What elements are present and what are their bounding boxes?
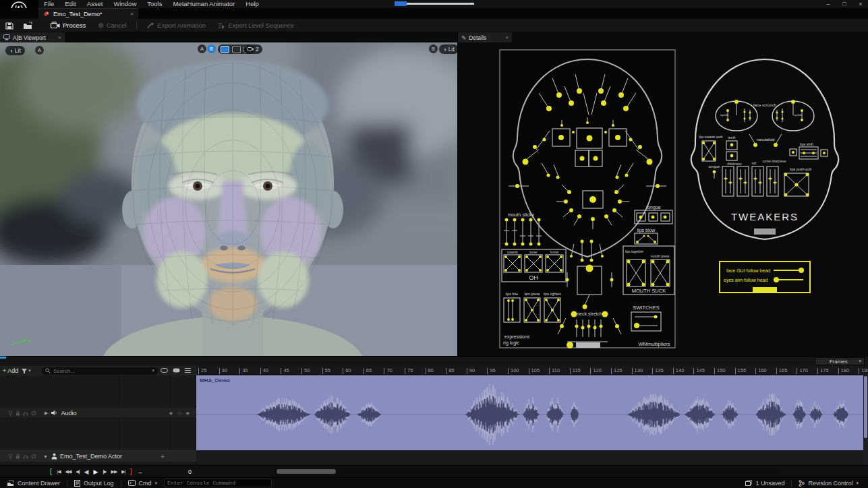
ruler-tick: 180 xyxy=(840,367,850,373)
menu-window[interactable]: Window xyxy=(108,0,142,8)
content-drawer-button[interactable]: Content Drawer xyxy=(0,478,67,488)
unsaved-indicator[interactable]: 1 Unsaved xyxy=(739,478,791,488)
transport-button-9[interactable]: ] xyxy=(130,468,132,475)
vertical-scrollbar-thumb[interactable] xyxy=(864,376,867,438)
face-gui-board[interactable]: mouth sticky tongue lips blow towards pu… xyxy=(500,50,675,348)
transport-button-8[interactable]: ▶| xyxy=(121,469,125,475)
transport-button-1[interactable]: |◀ xyxy=(57,469,60,475)
revision-control-button[interactable]: Revision Control ▾ xyxy=(792,478,868,488)
close-button[interactable]: × xyxy=(856,1,865,7)
details-tab-close-icon[interactable]: × xyxy=(505,34,509,40)
audio-clip[interactable]: MHA_Demo xyxy=(196,375,864,450)
view-a-button[interactable]: A xyxy=(198,44,206,53)
menu-help[interactable]: Help xyxy=(240,0,264,8)
transport-button-7[interactable]: ▶▶ xyxy=(111,469,117,475)
ranges-view-icon[interactable] xyxy=(173,367,180,373)
audio-track-row[interactable]: ▶ Audio ◆ ◇ ◆ xyxy=(0,407,196,419)
minimize-button[interactable]: – xyxy=(823,1,833,7)
lit-mode-button-right[interactable]: ◑ Lit xyxy=(439,44,459,54)
tweakers-slider-bar[interactable] xyxy=(754,228,776,235)
frames-dropdown[interactable]: Frames ▾ xyxy=(815,357,865,365)
follow-head-box[interactable]: face GUI follow head eyes aim follow hea… xyxy=(720,262,810,293)
label-tongue: tongue xyxy=(646,205,661,210)
face-gui-follow-slider[interactable] xyxy=(799,268,804,273)
transport-button-4[interactable]: ◀ xyxy=(84,468,89,475)
follow-box-bar[interactable] xyxy=(753,287,777,293)
maximize-button[interactable]: □ xyxy=(840,1,849,7)
add-track-button[interactable]: + Add xyxy=(3,367,18,374)
menu-asset[interactable]: Asset xyxy=(82,0,109,8)
actor-mute-icon[interactable] xyxy=(31,454,36,459)
view-b-label: B xyxy=(210,46,213,52)
transport-button-5[interactable]: ▶ xyxy=(93,468,98,475)
cancel-button[interactable]: ⊗ Cancel xyxy=(92,19,132,32)
menu-edit[interactable]: Edit xyxy=(59,0,81,8)
right-b-label: B xyxy=(432,46,435,52)
process-camera-icon xyxy=(51,22,60,29)
actor-lock-icon[interactable] xyxy=(16,454,20,459)
filter-button[interactable]: ▾ xyxy=(21,368,31,374)
view-b-button[interactable]: B xyxy=(207,44,216,53)
revision-control-icon xyxy=(799,480,805,487)
track-mute-icon[interactable] xyxy=(31,410,36,416)
actor-add-section-button[interactable]: + xyxy=(161,453,165,460)
browse-asset-button[interactable] xyxy=(18,19,38,32)
transport-button-3[interactable]: ◀| xyxy=(76,469,79,475)
ab-viewport[interactable]: y f ◑ Lit A A B 2 B ◑ Lit xyxy=(0,42,457,356)
menu-file[interactable]: File xyxy=(38,0,59,8)
search-box[interactable]: ▾ xyxy=(42,367,158,375)
output-log-button[interactable]: Output Log xyxy=(67,478,121,488)
track-lock-icon[interactable] xyxy=(16,410,20,416)
cmd-dropdown[interactable]: Cmd ▾ xyxy=(121,478,165,488)
transport-button-0[interactable]: [ xyxy=(50,468,52,475)
unsaved-icon xyxy=(745,480,752,486)
ruler-tick: 175 xyxy=(819,367,829,373)
asset-tab[interactable]: Emo_Test_Demo* × xyxy=(38,8,138,19)
actor-pin-icon[interactable] xyxy=(8,454,13,459)
track-expand-arrow[interactable]: ▶ xyxy=(36,410,48,416)
menu-metahuman-animator[interactable]: MetaHuman Animator xyxy=(167,0,240,8)
actor-solo-icon[interactable] xyxy=(23,454,28,459)
export-level-sequence-button[interactable]: Export Level Sequence xyxy=(212,19,300,32)
single-view-button[interactable] xyxy=(221,46,229,53)
viewport-tab[interactable]: A|B Viewport × xyxy=(0,32,65,42)
track-solo-icon[interactable] xyxy=(23,410,28,416)
actor-collapse-arrow[interactable]: ▼ xyxy=(36,454,48,459)
add-key-button[interactable]: ◇ xyxy=(177,410,181,416)
export-animation-button[interactable]: Export Animation xyxy=(141,19,212,32)
search-caret-icon: ▾ xyxy=(152,368,154,373)
search-input[interactable] xyxy=(53,368,149,374)
list-view-icon[interactable] xyxy=(185,367,191,373)
next-key-button[interactable]: ◆ xyxy=(186,410,190,416)
process-button[interactable]: Process xyxy=(45,19,92,32)
ruler-tick: 35 xyxy=(241,367,248,373)
camera-count-button[interactable]: 2 xyxy=(244,44,262,54)
board-slider-bar[interactable] xyxy=(576,342,600,348)
actor-track-row[interactable]: ▼ Emo_Test_Demo Actor + xyxy=(0,450,196,462)
right-b-badge[interactable]: B xyxy=(429,44,438,53)
timeline-ruler[interactable]: 2530354045505560657075808590951001051101… xyxy=(196,366,868,375)
wipe-view-button[interactable] xyxy=(232,46,241,53)
eyes-aim-follow-slider[interactable] xyxy=(774,277,779,282)
save-button[interactable] xyxy=(0,19,18,32)
ruler-tick: 150 xyxy=(716,367,726,373)
track-pin-icon[interactable] xyxy=(8,410,13,416)
tweakers-board[interactable]: face scrunch eyelids eyelids nasolabial … xyxy=(691,59,839,293)
prev-key-button[interactable]: ◆ xyxy=(169,410,173,416)
timeline-scrollbar[interactable] xyxy=(275,468,780,475)
transport-button-6[interactable]: |▶ xyxy=(103,469,106,475)
details-tab[interactable]: ✎ Details × xyxy=(458,32,512,42)
transport-button-10[interactable]: → xyxy=(137,468,143,475)
console-command-input[interactable] xyxy=(164,479,272,487)
curves-view-icon[interactable] xyxy=(161,367,168,373)
lit-mode-button-left[interactable]: ◑ Lit xyxy=(5,46,25,55)
timeline-scrollbar-thumb[interactable] xyxy=(277,469,336,474)
menu-tools[interactable]: Tools xyxy=(142,0,167,8)
viewport-tab-close-icon[interactable]: × xyxy=(58,34,61,40)
asset-tab-close-icon[interactable]: × xyxy=(130,11,134,17)
viewport-a-badge[interactable]: A xyxy=(35,46,44,55)
vertical-scrollbar[interactable] xyxy=(863,375,868,465)
label-switches: SWITCHES xyxy=(633,305,660,311)
current-frame-field[interactable]: 0 xyxy=(167,468,192,475)
transport-button-2[interactable]: ◀◀ xyxy=(65,469,71,475)
